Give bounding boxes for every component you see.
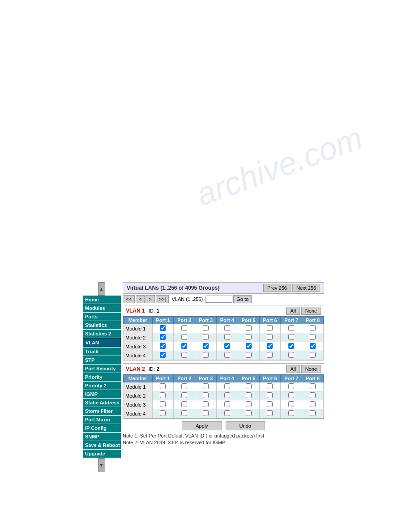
port-checkbox-r3-p7[interactable] (310, 352, 316, 358)
port-checkbox-r1-p7[interactable] (310, 392, 316, 398)
port-checkbox-r1-p5[interactable] (267, 392, 273, 398)
port-checkbox-r3-p3[interactable] (224, 410, 230, 416)
sidebar-scroll-up[interactable]: ▲ (98, 282, 105, 296)
port-checkbox-r1-p6[interactable] (288, 392, 294, 398)
next-256-button[interactable]: Next 256 (292, 284, 320, 292)
port-checkbox-r3-p7[interactable] (310, 410, 316, 416)
sidebar-item-port-security[interactable]: Port Security (83, 365, 121, 373)
port-checkbox-r0-p6[interactable] (288, 325, 294, 331)
port-checkbox-r2-p0[interactable] (160, 343, 166, 349)
sidebar-item-trunk[interactable]: Trunk (83, 348, 121, 356)
nav-prev-button[interactable]: < (136, 295, 145, 303)
sidebar-item-statistics[interactable]: Statistics (83, 321, 121, 329)
port-checkbox-r1-p2[interactable] (203, 392, 209, 398)
port-checkbox-r1-p6[interactable] (288, 334, 294, 340)
port-checkbox-r1-p0[interactable] (160, 334, 166, 340)
port-checkbox-r0-p3[interactable] (224, 325, 230, 331)
port-checkbox-r0-p2[interactable] (203, 325, 209, 331)
port-checkbox-r1-p3[interactable] (224, 334, 230, 340)
sidebar-item-storm-filter[interactable]: Storm Filter (83, 407, 121, 415)
sidebar-item-home[interactable]: Home (83, 296, 121, 304)
nav-first-button[interactable]: << (123, 295, 135, 303)
port-checkbox-r2-p1[interactable] (181, 401, 187, 407)
nav-next-button[interactable]: > (146, 295, 154, 303)
vlan-input[interactable] (206, 296, 232, 303)
port-checkbox-r3-p6[interactable] (288, 410, 294, 416)
vlan2-none-button[interactable]: None (301, 365, 321, 373)
port-checkbox-r2-p3[interactable] (224, 343, 230, 349)
port-checkbox-r3-p4[interactable] (246, 410, 252, 416)
sidebar-item-stp[interactable]: STP (83, 356, 121, 364)
sidebar-item-snmp[interactable]: SNMP (83, 433, 121, 441)
sidebar-item-modules[interactable]: Modules (83, 304, 121, 312)
port-checkbox-r3-p1[interactable] (181, 352, 187, 358)
port-checkbox-r3-p3[interactable] (224, 352, 230, 358)
vlan2-all-button[interactable]: All (286, 365, 300, 373)
sidebar-item-statistics-2[interactable]: Statistics 2 (83, 330, 121, 338)
apply-button[interactable]: Apply (182, 421, 222, 430)
port-checkbox-r2-p7[interactable] (310, 401, 316, 407)
sidebar-item-priority-2[interactable]: Priority 2 (83, 382, 121, 390)
sidebar-item-save-&-reboot[interactable]: Save & Reboot (83, 441, 121, 449)
port-checkbox-r0-p4[interactable] (246, 383, 252, 389)
port-checkbox-r0-p6[interactable] (288, 383, 294, 389)
vlan1-all-button[interactable]: All (286, 307, 300, 315)
sidebar-item-priority[interactable]: Priority (83, 373, 121, 381)
port-checkbox-r0-p7[interactable] (310, 383, 316, 389)
port-checkbox-r0-p1[interactable] (181, 325, 187, 331)
nav-last-button[interactable]: >>| (156, 295, 169, 303)
vlan1-none-button[interactable]: None (301, 307, 321, 315)
port-checkbox-r1-p7[interactable] (310, 334, 316, 340)
port-checkbox-r1-p4[interactable] (246, 334, 252, 340)
port-checkbox-r1-p2[interactable] (203, 334, 209, 340)
goto-button[interactable]: Go to (233, 295, 252, 303)
port-checkbox-r1-p4[interactable] (246, 392, 252, 398)
port-checkbox-r3-p0[interactable] (160, 352, 166, 358)
port-checkbox-r2-p6[interactable] (288, 401, 294, 407)
sidebar-item-ip-config[interactable]: IP Config (83, 424, 121, 432)
port-checkbox-r1-p1[interactable] (181, 334, 187, 340)
port-checkbox-r2-p5[interactable] (267, 401, 273, 407)
port-checkbox-r2-p7[interactable] (310, 343, 316, 349)
port-checkbox-r0-p5[interactable] (267, 383, 273, 389)
port-checkbox-r1-p5[interactable] (267, 334, 273, 340)
port-checkbox-r1-p0[interactable] (160, 392, 166, 398)
port-checkbox-r3-p2[interactable] (203, 352, 209, 358)
sidebar-item-static-address[interactable]: Static Address (83, 399, 121, 407)
port-checkbox-r3-p1[interactable] (181, 410, 187, 416)
port-checkbox-r1-p3[interactable] (224, 392, 230, 398)
port-checkbox-r2-p3[interactable] (224, 401, 230, 407)
port-checkbox-r2-p1[interactable] (181, 343, 187, 349)
port-checkbox-r3-p4[interactable] (246, 352, 252, 358)
port-checkbox-r2-p4[interactable] (246, 401, 252, 407)
port-checkbox-r1-p1[interactable] (181, 392, 187, 398)
port-checkbox-r2-p2[interactable] (203, 401, 209, 407)
port-checkbox-r3-p5[interactable] (267, 352, 273, 358)
port-checkbox-r2-p0[interactable] (160, 401, 166, 407)
port-checkbox-r2-p2[interactable] (203, 343, 209, 349)
port-cell (259, 409, 281, 418)
sidebar-item-vlan[interactable]: VLAN (83, 338, 121, 347)
port-checkbox-r2-p4[interactable] (246, 343, 252, 349)
sidebar-scroll-down[interactable]: ▼ (98, 458, 105, 472)
undo-button[interactable]: Undo (226, 421, 265, 430)
port-checkbox-r0-p5[interactable] (267, 325, 273, 331)
port-checkbox-r2-p6[interactable] (288, 343, 294, 349)
prev-256-button[interactable]: Prev 256 (263, 284, 291, 292)
port-checkbox-r3-p6[interactable] (288, 352, 294, 358)
sidebar-item-ports[interactable]: Ports (83, 313, 121, 321)
port-checkbox-r0-p1[interactable] (181, 383, 187, 389)
port-checkbox-r0-p2[interactable] (203, 383, 209, 389)
port-checkbox-r3-p5[interactable] (267, 410, 273, 416)
sidebar-item-upgrade[interactable]: Upgrade (83, 450, 121, 458)
sidebar-item-port-mirror[interactable]: Port Mirror (83, 416, 121, 424)
port-checkbox-r3-p2[interactable] (203, 410, 209, 416)
port-checkbox-r0-p7[interactable] (310, 325, 316, 331)
port-checkbox-r0-p4[interactable] (246, 325, 252, 331)
port-checkbox-r0-p3[interactable] (224, 383, 230, 389)
port-checkbox-r2-p5[interactable] (267, 343, 273, 349)
port-checkbox-r0-p0[interactable] (160, 325, 166, 331)
port-checkbox-r3-p0[interactable] (160, 410, 166, 416)
port-checkbox-r0-p0[interactable] (160, 383, 166, 389)
sidebar-item-igmp[interactable]: IGMP (83, 390, 121, 398)
